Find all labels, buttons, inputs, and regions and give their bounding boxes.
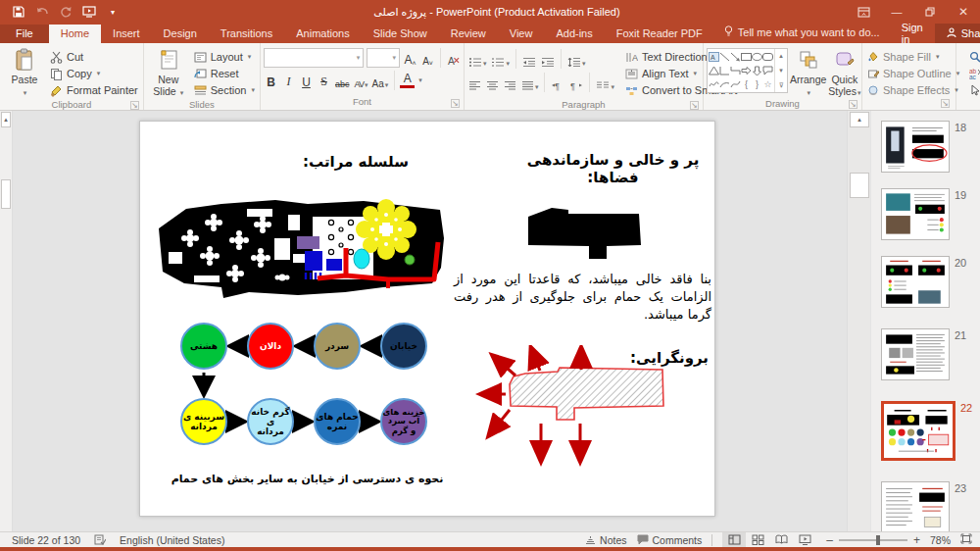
tab-home[interactable]: Home — [49, 25, 101, 43]
zoom-in-button[interactable]: + — [913, 533, 920, 547]
quick-styles-button[interactable]: QuickStyles▾ — [828, 45, 860, 97]
comments-button[interactable]: Comments — [637, 534, 703, 546]
italic-button[interactable]: I — [281, 73, 296, 89]
font-size-combobox[interactable]: ▾ — [367, 48, 400, 68]
slide-thumbnail-preview[interactable] — [881, 256, 950, 308]
arrange-button[interactable]: Arrange▾ — [790, 45, 826, 97]
strikethrough-button[interactable]: S — [317, 73, 331, 89]
zoom-slider-thumb[interactable] — [876, 535, 880, 545]
flow-node-vestibule[interactable]: هشتی — [180, 323, 227, 370]
grow-font-button[interactable]: A˄ — [403, 50, 417, 67]
slide-thumbnail-18[interactable]: 18 — [881, 121, 966, 173]
rtl-direction-button[interactable]: ¶ — [568, 75, 584, 91]
shapes-scroll-up-icon[interactable]: ▴ — [775, 49, 787, 64]
shape-block-arrow-right-icon[interactable] — [741, 64, 752, 77]
ribbon-display-options-icon[interactable] — [847, 0, 880, 24]
select-button[interactable]: Select▾ — [967, 82, 980, 98]
slide-heading-hierarchy[interactable]: سلسله مراتب: — [248, 153, 464, 171]
redo-icon[interactable] — [59, 5, 73, 19]
tab-slide-show[interactable]: Slide Show — [362, 25, 439, 43]
shapes-more-icon[interactable]: ⊽ — [775, 77, 787, 92]
line-spacing-button[interactable]: ▾ — [566, 51, 587, 68]
shape-block-arrow-down-icon[interactable] — [752, 64, 762, 77]
slide-canvas[interactable]: سلسله مراتب: پر و خالی و سازماندهی فضاها… — [139, 121, 715, 517]
flow-node-warm-house[interactable]: گرم خانه یمردانه — [247, 398, 294, 445]
tab-review[interactable]: Review — [439, 25, 498, 43]
shapes-gallery-scroll[interactable]: ▴▾⊽ — [774, 49, 787, 92]
drawing-dialog-launcher-icon[interactable]: ↘ — [849, 100, 858, 109]
flow-node-corridor[interactable]: دالان — [247, 323, 294, 370]
replace-button[interactable]: abac Replace▾ — [967, 66, 980, 81]
spell-check-icon[interactable] — [94, 534, 106, 545]
slide-caption[interactable]: نحوه ی دسترسی از خیابان به سایر بخش های … — [158, 473, 457, 485]
clear-formatting-button[interactable]: A — [446, 50, 461, 67]
slide-indicator[interactable]: Slide 22 of 130 — [12, 534, 80, 546]
building-mass-image[interactable] — [513, 202, 662, 267]
character-spacing-button[interactable]: AV▾ — [353, 73, 368, 89]
change-case-button[interactable]: Aa▾ — [370, 73, 389, 89]
sign-in-link[interactable]: Sign in — [890, 22, 935, 45]
save-icon[interactable] — [12, 5, 25, 19]
notes-button[interactable]: Notes — [585, 534, 626, 546]
slide-thumbnail-preview[interactable] — [881, 401, 956, 461]
font-dialog-launcher-icon[interactable]: ↘ — [451, 99, 460, 108]
format-painter-button[interactable]: Format Painter — [48, 82, 140, 98]
customize-qat-icon[interactable]: ▾ — [106, 5, 120, 19]
zoom-slider[interactable] — [839, 539, 907, 541]
tab-foxit-reader-pdf[interactable]: Foxit Reader PDF — [605, 25, 714, 43]
format-shape-dialog-launcher-icon[interactable]: ↘ — [941, 99, 950, 108]
ltr-direction-button[interactable]: ¶ — [550, 75, 565, 91]
shape-elbow-icon[interactable] — [730, 64, 741, 77]
slide-thumbnail-20[interactable]: 20 — [881, 256, 966, 308]
shape-right-angle-icon[interactable] — [719, 64, 730, 77]
font-color-dropdown[interactable]: ▾ — [418, 76, 422, 84]
share-button[interactable]: Share — [935, 24, 980, 43]
shape-line-icon[interactable] — [719, 50, 730, 64]
font-color-button[interactable]: A — [400, 74, 415, 88]
tab-add-ins[interactable]: Add-ins — [544, 25, 604, 43]
shape-callout-icon[interactable] — [762, 64, 773, 77]
undo-icon[interactable] — [35, 5, 49, 19]
tab-design[interactable]: Design — [152, 25, 209, 43]
shape-right-brace-icon[interactable]: } — [752, 77, 762, 91]
paragraph-dialog-launcher-icon[interactable]: ↘ — [690, 101, 699, 110]
shape-triangle-icon[interactable] — [709, 64, 719, 77]
slide-thumbnail-22-selected[interactable]: 22 — [881, 401, 972, 461]
close-button[interactable]: ✕ — [947, 0, 980, 24]
start-slideshow-icon[interactable] — [82, 5, 96, 19]
paste-button[interactable]: Paste▾ — [3, 45, 46, 97]
shape-rectangle-icon[interactable] — [741, 50, 752, 64]
cut-button[interactable]: Cut — [48, 49, 140, 65]
layout-button[interactable]: Layout▾ — [192, 49, 257, 65]
flow-node-numbered-baths[interactable]: حمام هاینمره — [314, 398, 361, 445]
tab-insert[interactable]: Insert — [101, 25, 152, 43]
shapes-scroll-down-icon[interactable]: ▾ — [775, 64, 787, 78]
flow-node-reservoirs[interactable]: خزینه هایآب سردو گرم — [380, 398, 427, 445]
shapes-gallery[interactable]: A { } ☆ — [707, 48, 788, 93]
access-flowchart[interactable]: خیابان سردر دالان هشتی سربینه یمردانه گر… — [165, 308, 488, 465]
align-right-button[interactable] — [503, 75, 517, 91]
shape-fill-button[interactable]: Shape Fill▾ — [865, 49, 953, 65]
tab-file[interactable]: File — [0, 25, 49, 43]
slide-thumbnail-23[interactable]: 23 — [881, 481, 966, 532]
new-slide-button[interactable]: NewSlide ▾ — [147, 45, 190, 97]
thumbnail-scrollbar-thumb[interactable] — [850, 173, 869, 198]
flow-node-street[interactable]: خیابان — [380, 323, 427, 370]
shape-rounded-rectangle-icon[interactable] — [762, 50, 773, 64]
shape-oval-icon[interactable] — [752, 50, 762, 64]
slide-thumbnail-preview[interactable] — [881, 121, 950, 173]
section-button[interactable]: Section▾ — [192, 82, 257, 98]
text-shadow-button[interactable]: abc — [334, 73, 351, 89]
editor-vertical-scrollbar[interactable]: ▴ — [0, 111, 13, 532]
shape-star-icon[interactable]: ☆ — [762, 77, 773, 91]
editor-scroll-up-icon[interactable]: ▴ — [1, 112, 11, 127]
shape-arrow-icon[interactable] — [730, 50, 741, 64]
slide-show-view-button[interactable] — [793, 532, 816, 547]
shape-arc-icon[interactable] — [719, 77, 730, 91]
underline-button[interactable]: U — [299, 73, 314, 89]
columns-button[interactable]: ▾ — [595, 75, 615, 91]
language-indicator[interactable]: English (United States) — [120, 534, 224, 546]
justify-button[interactable]: ▾ — [520, 75, 540, 91]
reset-button[interactable]: Reset — [192, 66, 257, 81]
align-left-button[interactable] — [467, 75, 482, 91]
